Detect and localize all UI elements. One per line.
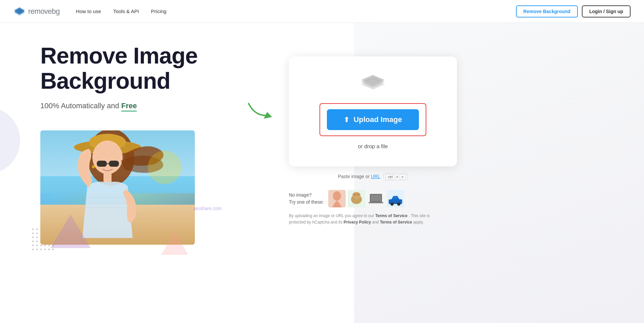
svg-point-57	[353, 193, 356, 196]
terms-of-service-link-2[interactable]: Terms of Service	[380, 220, 412, 225]
pink-triangle-decoration	[161, 231, 188, 255]
svg-point-25	[36, 236, 38, 238]
svg-point-66	[397, 202, 400, 206]
layers-upload-icon	[302, 73, 443, 93]
logo-icon	[13, 7, 26, 16]
no-image-line1: No image?	[289, 192, 324, 199]
svg-point-18	[32, 232, 34, 234]
left-circle-decoration	[0, 107, 20, 174]
sample-image-3[interactable]	[367, 190, 385, 207]
svg-point-40	[48, 244, 50, 246]
svg-point-12	[32, 228, 34, 230]
svg-point-13	[36, 228, 38, 230]
svg-point-30	[32, 240, 34, 242]
svg-rect-10	[103, 173, 112, 182]
keyboard-shortcut: ctrl + v	[383, 173, 408, 180]
svg-rect-61	[371, 195, 381, 201]
no-image-text: No image? Try one of these:	[289, 192, 324, 206]
terms-of-service-link-1[interactable]: Terms of Service	[375, 213, 407, 218]
svg-rect-62	[369, 202, 383, 203]
nav-how-to-use[interactable]: How to use	[76, 8, 101, 14]
sample-image-2[interactable]	[348, 190, 365, 207]
upload-icon-arrow: ⬆	[344, 116, 349, 124]
terms-and: and	[372, 220, 379, 225]
svg-point-65	[390, 202, 394, 206]
svg-point-38	[40, 244, 42, 246]
green-arrow-icon	[245, 97, 279, 124]
hero-subtitle: 100% Automatically and Free	[40, 102, 269, 110]
logo-text: removebg	[28, 7, 60, 16]
yellow-circle-decoration	[148, 151, 181, 184]
svg-point-6	[92, 140, 123, 174]
v-key: v	[400, 174, 406, 179]
nav-pricing[interactable]: Pricing	[151, 8, 167, 14]
svg-point-39	[44, 244, 46, 246]
svg-point-58	[357, 193, 359, 196]
navbar: removebg How to use Tools & API Pricing …	[0, 0, 644, 23]
paste-area: Paste image or URL ctrl + v	[289, 173, 457, 180]
nav-right: Remove Background Login / Sign up	[516, 5, 631, 17]
svg-point-53	[333, 191, 341, 201]
nav-links: How to use Tools & API Pricing	[76, 8, 516, 14]
main-content: Remove Image Background 100% Automatical…	[0, 23, 644, 323]
privacy-policy-link[interactable]: Privacy Policy	[344, 220, 371, 225]
no-image-line2: Try one of these:	[289, 199, 324, 206]
svg-point-11	[92, 165, 95, 168]
svg-point-37	[36, 244, 38, 246]
purple-triangle-decoration	[50, 214, 91, 248]
ctrl-key: ctrl	[386, 174, 395, 179]
svg-point-42	[32, 248, 34, 250]
layers-icon-svg	[359, 73, 386, 92]
terms-text: By uploading an image or URL you agree t…	[289, 213, 430, 226]
remove-background-button[interactable]: Remove Background	[516, 5, 578, 17]
terms-prefix: By uploading an image or URL you agree t…	[289, 213, 374, 218]
plus-sign: +	[396, 175, 398, 179]
sample-images-area: No image? Try one of these:	[289, 190, 457, 207]
svg-point-24	[32, 236, 34, 238]
upload-button-wrapper: ⬆ Upload Image	[319, 103, 426, 136]
logo-link[interactable]: removebg	[13, 7, 60, 16]
left-section: Remove Image Background 100% Automatical…	[40, 43, 269, 246]
sample-image-1[interactable]	[328, 190, 346, 207]
svg-point-47	[52, 248, 54, 250]
svg-marker-2	[14, 8, 25, 14]
svg-point-43	[36, 248, 38, 250]
svg-point-36	[32, 244, 34, 246]
demo-image-container: // generate dots via SVG directly (inlin…	[40, 130, 195, 245]
right-section: ⬆ Upload Image or drop a file Paste imag…	[269, 43, 457, 226]
sample-images-list	[328, 190, 404, 207]
watermark-text: janshare.com	[194, 206, 222, 211]
svg-point-44	[40, 248, 42, 250]
hero-title: Remove Image Background	[40, 43, 269, 93]
svg-point-19	[36, 232, 38, 234]
terms-end: apply.	[413, 220, 424, 225]
paste-label: Paste image or	[338, 174, 370, 179]
svg-rect-8	[109, 161, 119, 167]
svg-point-45	[44, 248, 46, 250]
svg-point-31	[36, 240, 38, 242]
upload-button-label: Upload Image	[353, 115, 402, 124]
nav-tools-api[interactable]: Tools & API	[113, 8, 139, 14]
svg-rect-7	[97, 161, 107, 167]
paste-url-link[interactable]: URL	[371, 174, 380, 179]
upload-image-button[interactable]: ⬆ Upload Image	[327, 109, 419, 130]
svg-point-46	[48, 248, 50, 250]
drop-file-text: or drop a file	[302, 144, 443, 150]
upload-card: ⬆ Upload Image or drop a file	[289, 56, 457, 166]
sample-image-4[interactable]	[387, 190, 404, 207]
login-signup-button[interactable]: Login / Sign up	[582, 5, 631, 17]
